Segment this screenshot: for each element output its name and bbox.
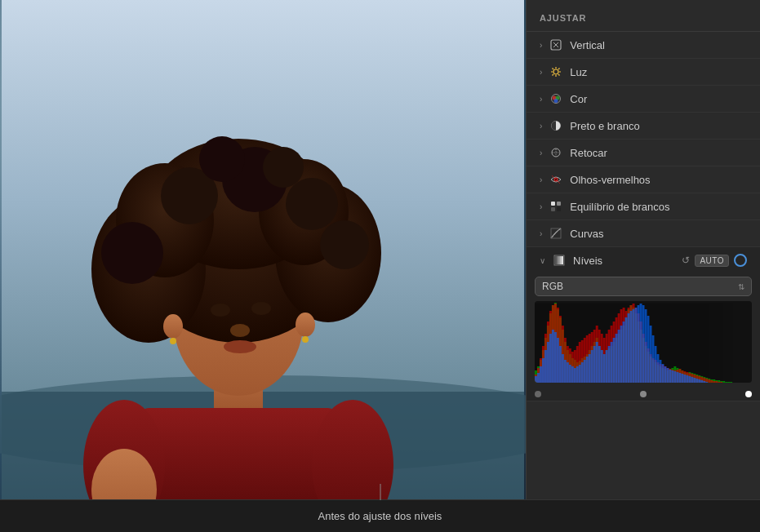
niveis-section: ∨ Níveis ↺ AUTO [527, 247, 760, 401]
adjustment-label: Cor [570, 93, 747, 105]
svg-rect-270 [644, 309, 647, 383]
svg-rect-57 [557, 207, 561, 211]
svg-rect-228 [542, 358, 544, 383]
svg-rect-243 [579, 365, 581, 383]
svg-point-27 [302, 336, 309, 343]
svg-rect-221 [713, 381, 715, 383]
svg-rect-231 [549, 334, 552, 383]
svg-rect-285 [681, 374, 683, 383]
adjustment-olhos-vermelhos[interactable]: › Olhos-vermelhos [527, 166, 760, 193]
svg-point-24 [163, 314, 183, 339]
histogram-sliders [527, 389, 760, 401]
chevron-icon: › [540, 175, 542, 184]
svg-rect-230 [547, 342, 549, 383]
svg-rect-274 [654, 346, 656, 383]
svg-rect-4 [140, 408, 336, 499]
histogram-container [535, 301, 752, 383]
adjustment-label: Luz [570, 66, 747, 78]
svg-rect-63 [558, 256, 560, 264]
adjustment-equilibrio-brancos[interactable]: › Equilíbrio de brancos [527, 193, 760, 220]
svg-rect-232 [552, 330, 554, 383]
svg-rect-288 [688, 376, 691, 383]
svg-rect-222 [715, 381, 718, 383]
svg-line-41 [558, 69, 560, 70]
adjustment-curvas[interactable]: › Curvas [527, 220, 760, 247]
dropdown-arrows-icon: ⇅ [738, 282, 744, 291]
svg-rect-266 [635, 308, 638, 383]
svg-rect-261 [623, 321, 625, 383]
svg-rect-251 [598, 346, 601, 383]
adjustment-vertical[interactable]: › Vertical [527, 32, 760, 59]
undo-button[interactable]: ↺ [682, 255, 690, 266]
svg-rect-253 [603, 354, 606, 383]
svg-rect-283 [676, 372, 678, 383]
adjustment-luz[interactable]: › Luz [527, 59, 760, 86]
svg-rect-268 [640, 304, 642, 383]
svg-rect-234 [557, 338, 559, 383]
svg-rect-223 [718, 382, 720, 383]
svg-rect-147 [730, 382, 732, 383]
svg-point-20 [211, 304, 230, 317]
white-point-slider[interactable] [745, 391, 752, 397]
chevron-icon: › [540, 41, 542, 50]
svg-rect-281 [671, 370, 673, 383]
auto-button[interactable]: AUTO [695, 255, 729, 267]
svg-rect-220 [710, 380, 713, 383]
svg-point-21 [251, 302, 271, 315]
svg-rect-273 [651, 335, 654, 383]
svg-rect-236 [562, 354, 564, 383]
svg-rect-277 [661, 364, 664, 383]
svg-rect-225 [535, 376, 537, 383]
adjustment-retocar[interactable]: › Retocar [527, 140, 760, 166]
preto-branco-icon [549, 118, 563, 133]
svg-rect-256 [611, 342, 613, 383]
svg-rect-252 [601, 350, 603, 383]
panel-title: AJUSTAR [540, 13, 586, 23]
chevron-icon: › [540, 122, 542, 131]
svg-rect-61 [555, 256, 557, 264]
adjustment-label: Equilíbrio de brancos [570, 201, 747, 213]
adjustment-cor[interactable]: › Cor [527, 86, 760, 113]
chevron-icon: › [540, 95, 542, 104]
midtone-slider[interactable] [640, 391, 647, 397]
svg-rect-280 [669, 370, 671, 383]
svg-rect-238 [567, 362, 569, 383]
svg-rect-257 [613, 338, 616, 383]
svg-rect-260 [620, 326, 623, 383]
svg-rect-239 [569, 365, 571, 383]
svg-point-16 [101, 222, 163, 284]
svg-rect-144 [722, 381, 725, 383]
svg-rect-229 [544, 350, 547, 383]
svg-line-42 [553, 74, 554, 76]
channel-circle-button[interactable] [734, 254, 747, 267]
chevron-icon: › [540, 68, 542, 77]
svg-rect-279 [666, 368, 669, 383]
histogram-chart [535, 301, 752, 383]
black-point-slider[interactable] [535, 391, 541, 397]
svg-rect-292 [698, 379, 700, 383]
svg-rect-258 [616, 334, 618, 383]
svg-rect-145 [725, 382, 727, 383]
chevron-icon: › [540, 202, 542, 211]
niveis-header[interactable]: ∨ Níveis ↺ AUTO [527, 247, 760, 273]
rgb-dropdown[interactable]: RGB ⇅ [535, 277, 752, 296]
svg-rect-249 [593, 346, 596, 383]
svg-rect-233 [554, 332, 557, 383]
svg-rect-289 [691, 377, 693, 383]
equilibrio-brancos-icon [549, 199, 563, 214]
svg-rect-287 [686, 375, 688, 383]
right-panel: AJUSTAR › Vertical › [526, 0, 760, 499]
svg-rect-294 [703, 381, 705, 383]
svg-rect-226 [537, 373, 540, 383]
adjustment-label: Vertical [570, 39, 747, 51]
svg-rect-275 [656, 354, 659, 383]
svg-point-46 [554, 99, 558, 103]
adjustment-preto-branco[interactable]: › Preto e branco [527, 113, 760, 140]
svg-rect-271 [647, 316, 649, 383]
svg-rect-54 [551, 202, 555, 206]
svg-rect-240 [571, 366, 574, 383]
svg-rect-241 [574, 368, 576, 383]
svg-rect-250 [596, 342, 598, 383]
rgb-dropdown-label: RGB [542, 281, 563, 292]
svg-rect-278 [664, 366, 666, 383]
